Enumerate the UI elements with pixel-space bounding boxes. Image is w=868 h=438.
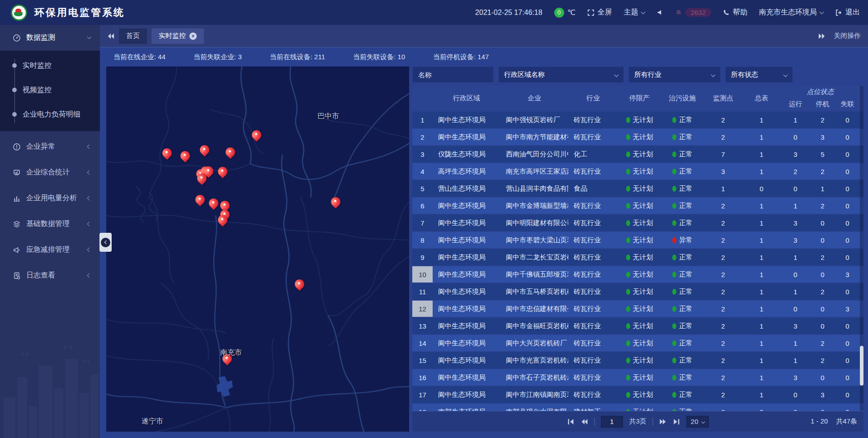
name-search-input[interactable] [412, 66, 494, 83]
cell-facility-status: 正常 [661, 249, 704, 265]
table-row[interactable]: 14 阆中生态环境局 阆中大兴页岩机砖厂 砖瓦行业 无计划 正常 2 1 1 2… [412, 335, 863, 351]
map-panel[interactable]: 巴中市南充市遂宁市 [106, 66, 409, 432]
table-row[interactable]: 16 阆中生态环境局 阆中市石子页岩机砖厂 砖瓦行业 无计划 正常 2 1 3 … [412, 369, 863, 386]
sidebar-item-enterprise-abnormal[interactable]: 企业异常 [0, 134, 100, 160]
sidebar-item-power-load-detail[interactable]: 企业电力负荷明细 [0, 102, 100, 127]
map-pin-icon[interactable] [193, 194, 207, 208]
sidebar-submenu: 实时监控 视频监控 企业电力负荷明细 [0, 51, 100, 131]
row-index: 12 [412, 301, 433, 317]
tabs-scroll-left-icon[interactable] [107, 33, 114, 39]
table-row[interactable]: 8 阆中生态环境局 阆中市枣碧大梁山页岩 砖瓦行业 无计划 异常 2 1 3 0… [412, 232, 863, 248]
sidebar-item-realtime-monitoring[interactable]: 实时监控 [0, 53, 100, 78]
map-pin-icon[interactable] [179, 151, 192, 164]
status-dot [672, 169, 676, 174]
cell-meter-count: 1 [742, 369, 781, 386]
cell-lost-count: 0 [835, 112, 860, 128]
map-pin-icon[interactable] [160, 148, 174, 161]
cell-facility-status: 正常 [661, 352, 704, 368]
region-select[interactable]: 行政区域名称 [498, 66, 624, 83]
table-row[interactable]: 12 阆中生态环境局 阆中市忠信建材有限公 砖瓦行业 无计划 正常 2 1 0 … [412, 301, 863, 317]
table-row[interactable]: 1 阆中生态环境局 阆中强锐页岩砖厂 砖瓦行业 无计划 正常 2 1 1 2 0 [412, 112, 863, 128]
scrollbar-thumb[interactable] [860, 346, 863, 386]
cell-run-count: 0 [781, 301, 810, 317]
mute-button[interactable] [656, 9, 663, 16]
tabs-scroll-right-icon[interactable] [818, 33, 826, 39]
table-row[interactable]: 11 阆中生态环境局 阆中市五马桥页岩机砖 砖瓦行业 无计划 正常 2 1 1 … [412, 283, 863, 300]
col-header-index [412, 86, 433, 110]
cell-company: 阆中大兴页岩机砖厂 [500, 335, 568, 351]
app-title: 环保用电监管系统 [34, 6, 125, 19]
table-row[interactable]: 13 阆中生态环境局 阆中市金福旺页岩机砖 砖瓦行业 无计划 正常 2 1 3 … [412, 318, 863, 334]
sidebar-item-video-monitoring[interactable]: 视频监控 [0, 78, 100, 102]
help-button[interactable]: 帮助 [723, 8, 747, 17]
cell-region: 阆中生态环境局 [433, 249, 500, 265]
cell-monitor-count: 2 [704, 301, 742, 317]
cell-company: 阆中市忠信建材有限公 [500, 301, 568, 317]
table-row[interactable]: 10 阆中生态环境局 阆中千佛镇五郎垭页岩 砖瓦行业 无计划 正常 2 1 0 … [412, 266, 863, 283]
row-index: 6 [412, 198, 433, 214]
table-row[interactable]: 2 阆中生态环境局 阆中市南方节能建材有 砖瓦行业 无计划 正常 2 1 0 3… [412, 129, 863, 145]
map-pin-icon[interactable] [250, 130, 264, 143]
table-row[interactable]: 15 阆中生态环境局 阆中市光富页岩机砖厂 砖瓦行业 无计划 正常 2 1 1 … [412, 352, 863, 368]
table-row[interactable]: 7 阆中生态环境局 阆中明阳建材有限公司 砖瓦行业 无计划 正常 2 1 3 0… [412, 215, 863, 231]
theme-dropdown[interactable]: 主题 [624, 8, 645, 17]
sidebar-item-power-analysis[interactable]: 企业用电量分析 [0, 185, 100, 211]
close-icon[interactable]: × [189, 33, 197, 40]
table-row[interactable]: 3 仪陇生态环境局 西南油气田分公司川中 化工 无计划 正常 7 1 3 5 0 [412, 146, 863, 162]
cell-industry: 砖瓦行业 [568, 112, 618, 128]
row-index: 8 [412, 232, 433, 248]
col-header-company: 企业 [500, 86, 568, 110]
map-pin-icon[interactable] [198, 145, 212, 158]
sidebar-item-base-data[interactable]: 基础数据管理 [0, 211, 100, 237]
pagination-bar: 共3页 20 1 - 20 共47条 [412, 411, 863, 432]
cell-meter-count: 1 [742, 232, 781, 248]
map-pin-icon[interactable] [216, 166, 230, 180]
chevron-left-icon [87, 196, 92, 201]
table-row[interactable]: 17 阆中生态环境局 阆中市江南镇阆南页岩 砖瓦行业 无计划 正常 2 1 0 … [412, 386, 863, 403]
fullscreen-button[interactable]: 全屏 [587, 8, 612, 17]
last-page-icon[interactable] [673, 419, 680, 425]
org-dropdown[interactable]: 南充市生态环境局 [759, 8, 823, 17]
tab-home[interactable]: 首页 [119, 28, 147, 44]
table-row[interactable]: 4 高坪生态环境局 南充市高坪区王家店建 砖瓦行业 无计划 正常 3 1 2 2… [412, 163, 863, 179]
close-operations-button[interactable]: 关闭操作 [834, 32, 861, 40]
cell-halt-count: 0 [810, 301, 835, 317]
table-scrollbar[interactable] [860, 86, 863, 411]
table-row[interactable]: 5 营山生态环境局 营山县润丰肉食品有限 食品 无计划 正常 1 0 0 1 0 [412, 180, 863, 197]
notifications[interactable]: 2632 [675, 8, 711, 17]
page-number-input[interactable] [601, 416, 623, 428]
cell-monitor-count: 2 [704, 112, 742, 128]
table-row[interactable]: 6 阆中生态环境局 阆中市金博瑞新型墙材 砖瓦行业 无计划 正常 2 1 1 2… [412, 198, 863, 214]
map-pin-icon[interactable] [216, 215, 230, 228]
next-page-icon[interactable] [660, 419, 667, 425]
tab-realtime-monitoring[interactable]: 实时监控 × [151, 28, 204, 44]
chevron-down-icon [614, 72, 619, 77]
cell-run-count: 3 [781, 146, 810, 162]
table-row[interactable]: 18 南部生态环境局 南部县砚化水泥有限公 建材加工 无计划 正常 6 0 0 … [412, 404, 863, 411]
status-dot [672, 117, 676, 123]
status-select[interactable]: 所有状态 [725, 66, 793, 83]
table-row[interactable]: 9 阆中生态环境局 阆中市二龙长宝页岩砖 砖瓦行业 无计划 正常 2 1 1 2… [412, 249, 863, 265]
map-pin-icon[interactable] [195, 173, 209, 187]
map-pin-icon[interactable] [329, 197, 343, 210]
sidebar-item-data-monitoring[interactable]: 数据监测 [0, 25, 100, 51]
map-pin-icon[interactable] [293, 279, 307, 292]
sidebar-item-log-view[interactable]: 日志查看 [0, 263, 100, 288]
row-index: 16 [412, 369, 433, 386]
map-pin-icon[interactable] [224, 147, 237, 160]
sidebar-item-enterprise-statistics[interactable]: 企业综合统计 [0, 160, 100, 185]
logout-icon [835, 9, 842, 16]
prev-page-icon[interactable] [580, 419, 588, 425]
chevron-left-icon [87, 248, 92, 252]
status-dot [626, 323, 630, 329]
sidebar-item-emergency-reduction[interactable]: 应急减排管理 [0, 237, 100, 263]
industry-select[interactable]: 所有行业 [628, 66, 721, 83]
cell-halt-count: 0 [810, 318, 835, 334]
cell-lost-count: 0 [835, 318, 860, 334]
cell-lost-count: 0 [835, 335, 860, 351]
map-collapse-button[interactable] [99, 233, 112, 252]
first-page-icon[interactable] [567, 419, 574, 425]
status-dot [672, 340, 676, 346]
page-size-select[interactable]: 20 [687, 416, 709, 428]
logout-button[interactable]: 退出 [835, 8, 860, 17]
